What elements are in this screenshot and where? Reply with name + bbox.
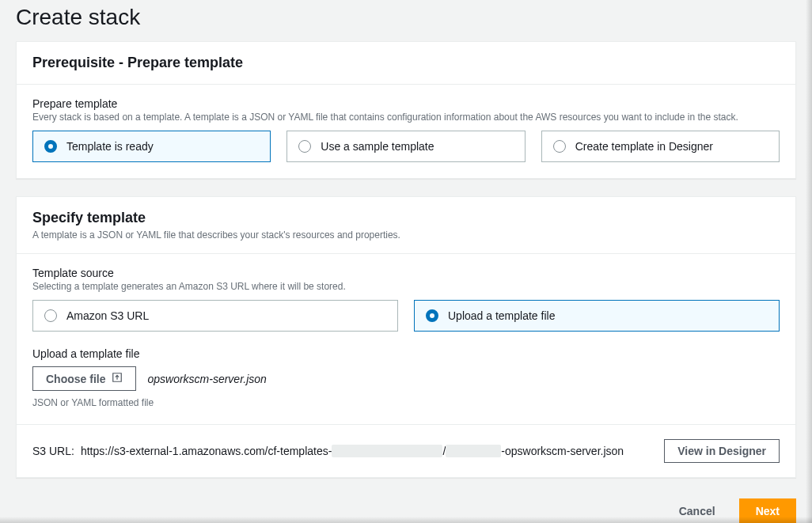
redacted-segment xyxy=(332,445,442,457)
upload-hint: JSON or YAML formatted file xyxy=(32,397,780,408)
s3-url-part1: https://s3-external-1.amazonaws.com/cf-t… xyxy=(81,445,332,457)
template-source-label: Template source xyxy=(32,267,780,279)
radio-template-ready[interactable]: Template is ready xyxy=(32,131,271,162)
view-in-designer-label: View in Designer xyxy=(677,445,766,457)
radio-icon xyxy=(44,309,57,322)
radio-label: Template is ready xyxy=(66,140,154,153)
radio-label: Amazon S3 URL xyxy=(66,309,149,322)
radio-label: Create template in Designer xyxy=(575,140,713,153)
upload-label: Upload a template file xyxy=(32,347,780,360)
template-source-desc: Selecting a template generates an Amazon… xyxy=(32,281,780,292)
specify-subtitle: A template is a JSON or YAML file that d… xyxy=(32,229,780,241)
radio-icon xyxy=(44,140,57,153)
redacted-segment xyxy=(446,445,501,457)
prereq-header: Prerequisite - Prepare template xyxy=(17,42,795,85)
choose-file-button[interactable]: Choose file xyxy=(32,366,136,391)
radio-upload-template[interactable]: Upload a template file xyxy=(414,300,780,332)
radio-label: Use a sample template xyxy=(321,140,434,153)
prepare-template-label: Prepare template xyxy=(32,97,780,110)
s3-url-part2: -opsworkscm-server.json xyxy=(501,445,624,457)
radio-amazon-s3-url[interactable]: Amazon S3 URL xyxy=(32,300,398,332)
next-button[interactable]: Next xyxy=(739,498,796,523)
uploaded-filename: opsworkscm-server.json xyxy=(147,373,266,385)
s3-url-value: https://s3-external-1.amazonaws.com/cf-t… xyxy=(81,445,658,457)
specify-header: Specify template A template is a JSON or… xyxy=(17,197,795,254)
radio-label: Upload a template file xyxy=(448,309,555,322)
view-in-designer-button[interactable]: View in Designer xyxy=(664,439,780,463)
radio-icon xyxy=(298,140,311,153)
prepare-template-desc: Every stack is based on a template. A te… xyxy=(32,112,780,123)
upload-icon xyxy=(112,372,123,385)
prereq-panel: Prerequisite - Prepare template Prepare … xyxy=(16,41,796,179)
radio-use-sample[interactable]: Use a sample template xyxy=(286,131,525,162)
cancel-button[interactable]: Cancel xyxy=(670,498,725,523)
radio-icon xyxy=(426,309,438,322)
choose-file-label: Choose file xyxy=(46,373,105,385)
radio-create-designer[interactable]: Create template in Designer xyxy=(541,131,780,162)
s3-url-label: S3 URL: xyxy=(32,445,74,457)
wizard-footer: Cancel Next xyxy=(16,495,796,523)
radio-icon xyxy=(553,140,566,153)
page-title: Create stack xyxy=(16,0,796,41)
prereq-title: Prerequisite - Prepare template xyxy=(32,55,780,71)
specify-panel: Specify template A template is a JSON or… xyxy=(16,196,796,478)
s3-url-row: S3 URL: https://s3-external-1.amazonaws.… xyxy=(17,424,795,477)
specify-title: Specify template xyxy=(32,210,780,226)
